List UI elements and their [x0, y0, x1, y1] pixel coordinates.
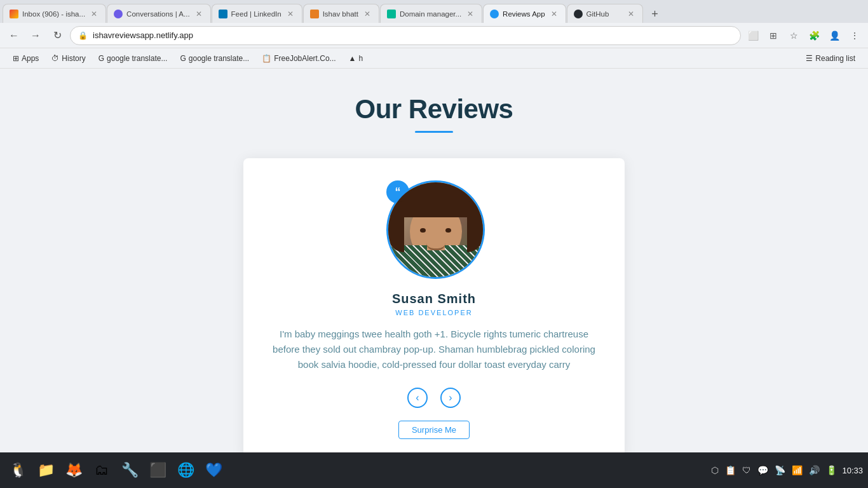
tab-title-domain: Domain manager...	[400, 10, 461, 18]
avatar-wrapper: “	[383, 177, 485, 279]
taskbar-icon-firefox[interactable]: 🦊	[61, 458, 86, 483]
tab-title-linkedin: Feed | LinkedIn	[231, 10, 281, 18]
tab-github[interactable]: GitHub ✕	[567, 4, 643, 23]
tab-close-github[interactable]: ✕	[626, 9, 636, 19]
nav-bar: ← → ↻ 🔒 ishavreviewsapp.netlify.app ⬜ ⊞ …	[0, 23, 868, 48]
tab-close-linkedin[interactable]: ✕	[285, 9, 295, 19]
tab-favicon-ishav	[310, 10, 319, 18]
reading-list-button[interactable]: ☰Reading list	[801, 53, 860, 64]
tab-favicon-gmail	[10, 10, 18, 18]
clipboard-icon[interactable]: 📋	[724, 464, 737, 477]
nav-right-icons: ⬜ ⊞ ☆ 🧩 👤 ⋮	[745, 27, 863, 44]
chat-icon[interactable]: 💬	[756, 464, 770, 477]
bookmark-favicon-0: ⊞	[13, 54, 19, 63]
reading-list-icon: ☰	[806, 54, 813, 63]
taskbar-icon-wrench[interactable]: 🔧	[117, 458, 142, 483]
bookmark-label-1: History	[62, 54, 85, 63]
menu-icon[interactable]: ⋮	[846, 27, 863, 44]
tab-conversations[interactable]: Conversations | A... ✕	[107, 4, 211, 23]
lock-icon: 🔒	[78, 31, 88, 40]
bookmark-favicon-5: ▲	[349, 54, 356, 63]
bookmark-label-3: google translate...	[189, 54, 249, 63]
tab-title-ishav: Ishav bhatt	[323, 10, 358, 18]
tab-reviews[interactable]: Reviews App ✕	[483, 4, 566, 23]
reload-button[interactable]: ↻	[48, 27, 66, 44]
tab-title-conversations: Conversations | A...	[126, 10, 190, 18]
bookmark-item-5[interactable]: ▲h	[344, 53, 369, 64]
tab-ishav[interactable]: Ishav bhatt ✕	[303, 4, 379, 23]
tab-title-github: GitHub	[587, 10, 622, 18]
taskbar: 🐧📁🦊🗂🔧⬛🌐💙⬡📋🛡💬📡📶🔊🔋10:33	[0, 452, 868, 488]
bookmark-item-1[interactable]: ⏱History	[46, 53, 90, 64]
bookmark-item-2[interactable]: Ggoogle translate...	[93, 53, 173, 64]
bookmark-favicon-2: G	[98, 54, 104, 63]
avatar-image	[388, 182, 483, 277]
bookmark-label-2: google translate...	[107, 54, 167, 63]
tab-title-gmail: Inbox (906) - isha...	[22, 10, 85, 18]
tab-close-domain[interactable]: ✕	[465, 9, 475, 19]
bookmark-label-5: h	[358, 54, 363, 63]
avatar	[386, 180, 485, 279]
review-card: “	[243, 158, 625, 452]
review-text: I'm baby meggings twee health goth +1. B…	[269, 327, 599, 372]
taskbar-icon-chrome[interactable]: 🌐	[173, 458, 198, 483]
volume-icon[interactable]: 🔊	[808, 464, 821, 477]
title-underline	[415, 131, 453, 133]
network-icon[interactable]: 📡	[773, 464, 787, 477]
reviewer-name: Susan Smith	[392, 292, 476, 306]
shield-icon[interactable]: 🛡	[741, 464, 752, 477]
prev-review-button[interactable]: ‹	[407, 388, 428, 408]
surprise-me-button[interactable]: Surprise Me	[398, 421, 470, 439]
profile-icon[interactable]: 👤	[826, 27, 843, 44]
tab-favicon-conversations	[114, 10, 123, 18]
forward-button[interactable]: →	[27, 27, 44, 44]
bookmark-favicon-4: 📋	[262, 54, 271, 63]
tab-close-gmail[interactable]: ✕	[89, 9, 99, 19]
card-navigation: ‹ ›	[407, 388, 461, 408]
page-inner: Our Reviews “	[0, 94, 868, 452]
system-tray: ⬡📋🛡💬📡📶🔊🔋10:33	[710, 464, 863, 477]
tab-domain[interactable]: Domain manager... ✕	[380, 4, 482, 23]
tab-close-ishav[interactable]: ✕	[362, 9, 372, 19]
reading-list-label: Reading list	[815, 54, 855, 63]
extension-icon[interactable]: 🧩	[806, 27, 822, 44]
tab-title-reviews: Reviews App	[503, 10, 545, 18]
taskbar-icon-linux[interactable]: 🐧	[5, 458, 31, 483]
bookmarks-bar: ⊞Apps⏱HistoryGgoogle translate...Ggoogle…	[0, 48, 868, 69]
battery-icon[interactable]: 🔋	[825, 464, 838, 477]
page-title: Our Reviews	[355, 94, 513, 125]
bookmark-item-4[interactable]: 📋FreeJobAlert.Co...	[257, 53, 341, 64]
bluetooth-icon[interactable]: ⬡	[710, 464, 720, 477]
next-review-button[interactable]: ›	[440, 388, 461, 408]
browser-window: Inbox (906) - isha... ✕ Conversations | …	[0, 0, 868, 488]
bookmark-item-0[interactable]: ⊞Apps	[8, 53, 44, 64]
cast-icon[interactable]: ⬜	[745, 27, 761, 44]
system-time: 10:33	[842, 466, 863, 475]
taskbar-icon-folder[interactable]: 🗂	[89, 458, 114, 483]
bookmark-label-4: FreeJobAlert.Co...	[274, 54, 336, 63]
tab-close-conversations[interactable]: ✕	[194, 9, 204, 19]
bookmark-item-3[interactable]: Ggoogle translate...	[175, 53, 254, 64]
address-text: ishavreviewsapp.netlify.app	[93, 30, 733, 40]
new-tab-button[interactable]: +	[646, 5, 664, 23]
wifi-icon[interactable]: 📶	[790, 464, 804, 477]
tab-close-reviews[interactable]: ✕	[549, 9, 559, 19]
bookmark-favicon-3: G	[180, 54, 186, 63]
back-button[interactable]: ←	[5, 27, 23, 44]
tabs-bar: Inbox (906) - isha... ✕ Conversations | …	[0, 0, 868, 23]
page-content: Our Reviews “	[0, 69, 868, 452]
taskbar-icon-terminal[interactable]: ⬛	[145, 458, 170, 483]
tab-linkedin[interactable]: Feed | LinkedIn ✕	[212, 4, 302, 23]
address-bar[interactable]: 🔒 ishavreviewsapp.netlify.app	[70, 26, 741, 45]
reviewer-role: WEB DEVELOPER	[395, 309, 472, 316]
tab-favicon-reviews	[490, 10, 499, 18]
tab-gmail[interactable]: Inbox (906) - isha... ✕	[3, 4, 106, 23]
bookmark-label-0: Apps	[22, 54, 39, 63]
taskbar-icon-vscode[interactable]: 💙	[201, 458, 226, 483]
tab-favicon-github	[574, 10, 583, 18]
bookmark-icon[interactable]: ☆	[785, 27, 802, 44]
tab-favicon-domain	[387, 10, 396, 18]
taskbar-icon-files[interactable]: 📁	[33, 458, 58, 483]
tab-favicon-linkedin	[219, 10, 227, 18]
tab-search-icon[interactable]: ⊞	[765, 27, 782, 44]
